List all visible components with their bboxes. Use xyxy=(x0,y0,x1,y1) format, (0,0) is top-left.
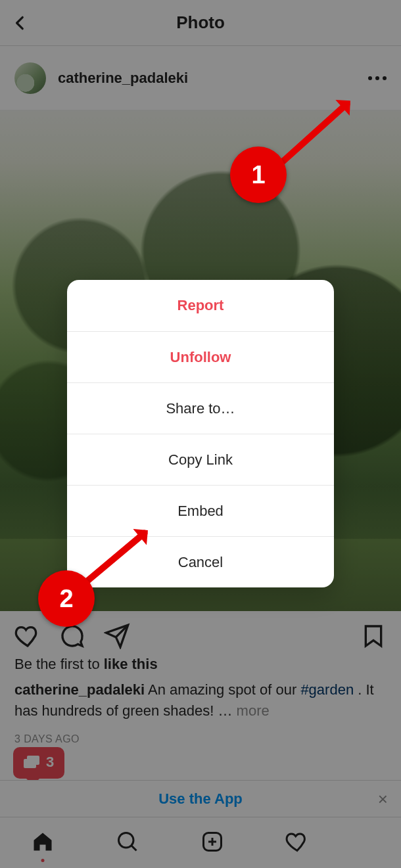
post-options-sheet: Report Unfollow Share to… Copy Link Embe… xyxy=(67,280,334,587)
annotation-callout-2: 2 xyxy=(38,570,95,627)
sheet-copy-link[interactable]: Copy Link xyxy=(67,434,334,485)
annotation-callout-1: 1 xyxy=(230,147,287,203)
sheet-embed[interactable]: Embed xyxy=(67,485,334,536)
sheet-unfollow[interactable]: Unfollow xyxy=(67,331,334,382)
sheet-share-to[interactable]: Share to… xyxy=(67,382,334,434)
sheet-report[interactable]: Report xyxy=(67,280,334,331)
